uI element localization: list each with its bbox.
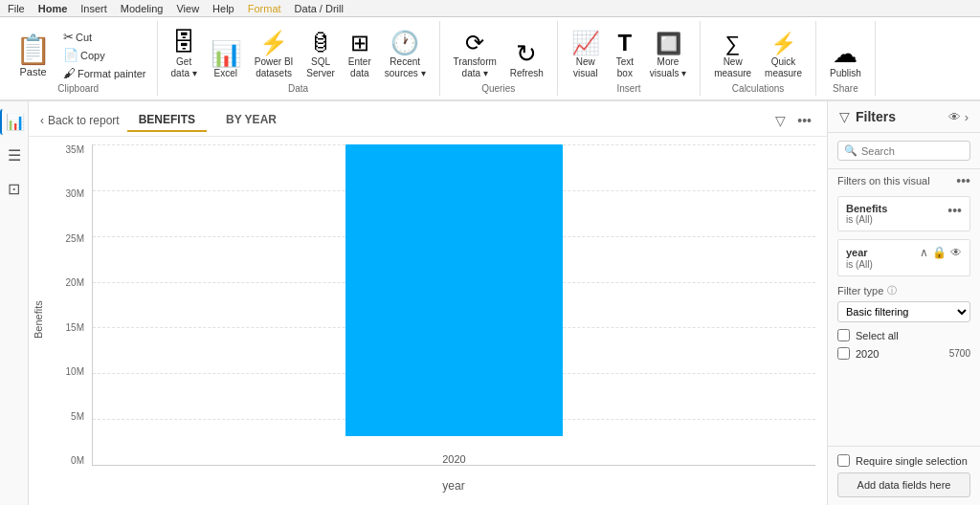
year-filter-sub: is (All) bbox=[846, 259, 962, 270]
new-visual-label: Newvisual bbox=[573, 56, 598, 79]
y-tick-0m: 0M bbox=[71, 455, 84, 466]
filters-on-visual-more[interactable]: ••• bbox=[956, 173, 970, 188]
filters-on-visual-row: Filters on this visual ••• bbox=[828, 169, 980, 192]
recent-sources-icon: 🕐 bbox=[390, 32, 419, 55]
recent-sources-button[interactable]: 🕐 Recentsources ▾ bbox=[379, 30, 432, 81]
enter-data-icon: ⊞ bbox=[350, 32, 369, 55]
text-box-button[interactable]: T Textbox bbox=[608, 30, 642, 81]
year-lock-icon[interactable]: 🔒 bbox=[932, 246, 947, 259]
bar-2020 bbox=[345, 144, 563, 436]
report-view-icon[interactable]: 📊 bbox=[0, 109, 29, 135]
copy-label: Copy bbox=[80, 50, 105, 61]
year-eye-icon[interactable]: 👁 bbox=[950, 246, 962, 259]
bar-2020-container[interactable] bbox=[345, 144, 563, 465]
transform-icon: ⟳ bbox=[465, 32, 484, 55]
chart-plot: 2020 bbox=[92, 144, 815, 466]
x-axis: 2020 bbox=[93, 436, 815, 465]
menu-view[interactable]: View bbox=[176, 3, 199, 14]
new-visual-button[interactable]: 📈 Newvisual bbox=[566, 30, 606, 81]
back-label: Back to report bbox=[48, 114, 120, 127]
queries-group: ⟳ Transformdata ▾ ↻ Refresh Queries bbox=[440, 21, 558, 96]
share-items: ☁ Publish bbox=[824, 23, 867, 81]
format-painter-button[interactable]: 🖌 Format painter bbox=[60, 65, 149, 81]
quick-measure-button[interactable]: ⚡ Quickmeasure bbox=[759, 32, 808, 81]
get-data-label: Getdata ▾ bbox=[171, 56, 197, 79]
filter-type-info-icon[interactable]: ⓘ bbox=[887, 284, 897, 297]
filter-type-select-wrapper: Basic filtering Advanced filtering bbox=[837, 301, 970, 322]
sql-server-button[interactable]: 🛢 SQLServer bbox=[301, 30, 340, 81]
menu-insert[interactable]: Insert bbox=[80, 3, 107, 14]
select-all-checkbox[interactable] bbox=[837, 329, 850, 341]
y-tick-35m: 35M bbox=[66, 144, 84, 155]
search-input[interactable] bbox=[861, 145, 964, 157]
new-measure-icon: ∑ bbox=[725, 33, 741, 55]
chart-body: Benefits 35M 30M 25M 20M 15M 10M 5M 0M bbox=[29, 137, 827, 502]
left-sidebar: 📊 ☰ ⊡ bbox=[0, 101, 29, 505]
paste-button[interactable]: 📋 Paste bbox=[8, 29, 58, 81]
menu-help[interactable]: Help bbox=[212, 3, 234, 14]
publish-button[interactable]: ☁ Publish bbox=[824, 39, 867, 81]
menu-home[interactable]: Home bbox=[38, 3, 68, 14]
filters-on-visual-label: Filters on this visual bbox=[837, 175, 930, 187]
year-header: year ∧ 🔒 👁 bbox=[846, 246, 962, 259]
data-view-icon[interactable]: ☰ bbox=[4, 143, 25, 168]
enter-data-label: Enterdata bbox=[348, 56, 371, 79]
refresh-icon: ↻ bbox=[516, 41, 537, 66]
require-single-checkbox[interactable] bbox=[837, 454, 850, 467]
more-visuals-button[interactable]: 🔲 Morevisuals ▾ bbox=[644, 32, 692, 81]
year-filter-card: year ∧ 🔒 👁 is (All) bbox=[837, 239, 970, 276]
copy-button[interactable]: 📄 Copy bbox=[60, 47, 149, 63]
filter-eye-icon[interactable]: 👁 bbox=[948, 110, 961, 124]
refresh-label: Refresh bbox=[510, 68, 544, 79]
chart-header: ‹ Back to report BENEFITS BY YEAR ▽ ••• bbox=[29, 101, 827, 137]
filter-funnel-icon: ▽ bbox=[839, 109, 850, 124]
filter-title: Filters bbox=[856, 109, 943, 124]
publish-icon: ☁ bbox=[833, 41, 858, 66]
queries-label: Queries bbox=[481, 83, 515, 94]
quick-measure-icon: ⚡ bbox=[770, 33, 796, 55]
more-visuals-label: Morevisuals ▾ bbox=[650, 56, 686, 79]
refresh-button[interactable]: ↻ Refresh bbox=[504, 39, 549, 81]
menu-data-drill[interactable]: Data / Drill bbox=[295, 3, 344, 14]
benefits-filter-more[interactable]: ••• bbox=[947, 203, 962, 225]
quick-measure-label: Quickmeasure bbox=[765, 56, 802, 79]
transform-button[interactable]: ⟳ Transformdata ▾ bbox=[448, 30, 502, 81]
insert-group: 📈 Newvisual T Textbox 🔲 Morevisuals ▾ In… bbox=[558, 21, 701, 96]
data-items: 🗄 Getdata ▾ 📊 Excel ⚡ Power BIdatasets 🛢… bbox=[166, 23, 432, 81]
x-tick-2020: 2020 bbox=[442, 453, 465, 465]
search-box: 🔍 bbox=[837, 141, 970, 161]
y-axis: 35M 30M 25M 20M 15M 10M 5M 0M bbox=[48, 144, 88, 466]
more-options-icon[interactable]: ••• bbox=[793, 111, 815, 130]
cut-icon: ✂ bbox=[63, 30, 74, 44]
excel-button[interactable]: 📊 Excel bbox=[205, 39, 247, 81]
require-single-label: Require single selection bbox=[856, 455, 968, 467]
filter-header: ▽ Filters 👁 › bbox=[828, 101, 980, 133]
recent-sources-label: Recentsources ▾ bbox=[385, 56, 426, 79]
add-data-button[interactable]: Add data fields here bbox=[837, 472, 970, 497]
menu-modeling[interactable]: Modeling bbox=[121, 3, 164, 14]
tab-by-year[interactable]: BY YEAR bbox=[214, 109, 288, 132]
back-to-report-link[interactable]: ‹ Back to report bbox=[40, 114, 120, 127]
menu-format[interactable]: Format bbox=[248, 3, 281, 14]
back-arrow-icon: ‹ bbox=[40, 114, 44, 127]
enter-data-button[interactable]: ⊞ Enterdata bbox=[343, 30, 377, 81]
filter-type-dropdown[interactable]: Basic filtering Advanced filtering bbox=[837, 301, 970, 322]
benefits-filter-sub: is (All) bbox=[846, 214, 887, 225]
select-all-label: Select all bbox=[856, 330, 970, 341]
year-2020-checkbox[interactable] bbox=[837, 347, 850, 360]
menu-file[interactable]: File bbox=[8, 3, 25, 14]
year-collapse-icon[interactable]: ∧ bbox=[920, 246, 928, 259]
tab-benefits[interactable]: BENEFITS bbox=[127, 109, 207, 132]
y-axis-label: Benefits bbox=[29, 144, 48, 494]
year-2020-count: 5700 bbox=[949, 348, 970, 359]
filter-icon[interactable]: ▽ bbox=[771, 111, 790, 130]
filter-nav-icon[interactable]: › bbox=[965, 110, 969, 124]
power-bi-datasets-button[interactable]: ⚡ Power BIdatasets bbox=[249, 30, 300, 81]
get-data-button[interactable]: 🗄 Getdata ▾ bbox=[166, 28, 203, 81]
data-group: 🗄 Getdata ▾ 📊 Excel ⚡ Power BIdatasets 🛢… bbox=[158, 21, 440, 96]
clipboard-label: Clipboard bbox=[57, 83, 99, 94]
model-view-icon[interactable]: ⊡ bbox=[4, 176, 24, 202]
filter-header-icons: 👁 › bbox=[948, 110, 969, 124]
new-measure-button[interactable]: ∑ Newmeasure bbox=[708, 32, 757, 81]
cut-button[interactable]: ✂ Cut bbox=[60, 29, 149, 45]
